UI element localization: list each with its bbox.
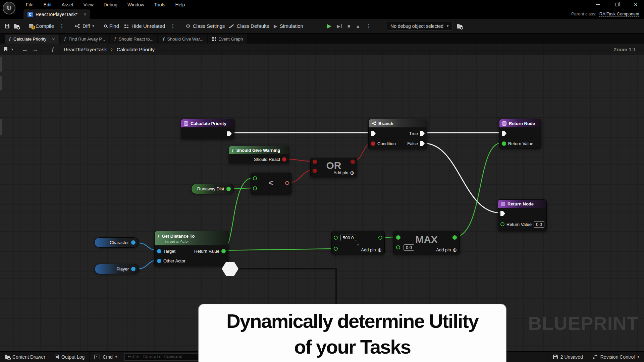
- save-button[interactable]: [5, 24, 9, 28]
- minimize-button[interactable]: [593, 1, 603, 8]
- diff-label: Diff: [83, 23, 90, 29]
- class-settings-button[interactable]: ⚙Class Settings: [186, 23, 225, 29]
- exec-false-pin[interactable]: [420, 141, 425, 146]
- play-options-icon[interactable]: ⋮: [366, 23, 372, 29]
- menu-view[interactable]: View: [78, 0, 99, 9]
- back-arrow-icon[interactable]: ←: [22, 46, 28, 53]
- unsaved-button[interactable]: * 2 Unsaved: [548, 352, 588, 362]
- exec-in-pin[interactable]: [371, 131, 376, 136]
- float-in-pin[interactable]: [334, 236, 338, 240]
- add-pin-button[interactable]: Add pin⊕: [436, 247, 457, 252]
- forward-arrow-icon[interactable]: →: [32, 46, 38, 53]
- condition-pin[interactable]: [371, 141, 375, 146]
- panel-handle[interactable]: [0, 76, 2, 90]
- eject-button[interactable]: ▲: [356, 23, 360, 29]
- debug-browse-button[interactable]: [457, 23, 462, 28]
- pin-label: Condition: [377, 141, 396, 146]
- cmd-selector[interactable]: >_ Cmd ▾: [90, 352, 122, 362]
- close-button[interactable]: ×: [631, 1, 641, 8]
- hide-unrelated-options-icon[interactable]: ⋮: [170, 23, 176, 29]
- debug-object-select[interactable]: No debug object selected ▾: [387, 22, 452, 31]
- object-out-pin[interactable]: [131, 267, 136, 271]
- panel-handle[interactable]: [0, 119, 2, 135]
- return-value-pin[interactable]: [502, 141, 506, 146]
- menu-asset[interactable]: Asset: [57, 0, 78, 9]
- tab-should-give-warning[interactable]: ƒ Should Give War...: [158, 35, 207, 44]
- menu-edit[interactable]: Edit: [39, 0, 57, 9]
- function-icon: ƒ: [157, 234, 160, 239]
- node-return-top[interactable]: Return Node Return Value: [499, 119, 541, 148]
- bool-out-pin[interactable]: [282, 157, 286, 162]
- object-out-pin[interactable]: [131, 240, 136, 245]
- value-input[interactable]: 0.0: [534, 221, 544, 228]
- tab-event-graph[interactable]: Event Graph: [208, 35, 247, 44]
- menu-help[interactable]: Help: [170, 0, 190, 9]
- asset-tab-close-icon[interactable]: ×: [84, 12, 86, 17]
- menu-tools[interactable]: Tools: [149, 0, 170, 9]
- node-branch[interactable]: Branch True Condition False: [368, 119, 427, 149]
- asset-tab[interactable]: C ReactToPlayerTask* ×: [23, 9, 90, 19]
- node-character-getter[interactable]: Character: [95, 237, 139, 248]
- find-button[interactable]: Find: [104, 23, 119, 29]
- class-defaults-button[interactable]: Class Defaults: [229, 23, 269, 29]
- breadcrumb-asset[interactable]: ReactToPlayerTask: [64, 47, 107, 52]
- exec-in-pin[interactable]: [502, 131, 506, 136]
- function-icon: ƒ: [9, 37, 11, 42]
- node-subtract[interactable]: 500.0 - Add pin⊕: [331, 231, 385, 254]
- node-less-than[interactable]: <: [251, 173, 291, 194]
- panel-handle[interactable]: [0, 57, 2, 72]
- bookmark-icon[interactable]: [4, 47, 7, 52]
- float-out-pin[interactable]: [378, 236, 382, 240]
- hide-unrelated-button[interactable]: Hide Unrelated: [124, 23, 165, 29]
- frame-skip-button[interactable]: ▶: [337, 23, 342, 29]
- node-runaway-dist-getter[interactable]: Runaway Dist: [191, 184, 234, 194]
- menu-file[interactable]: File: [21, 0, 39, 9]
- breadcrumb-graph[interactable]: Calculate Priority: [117, 47, 155, 52]
- parent-class-link[interactable]: RAITask Component: [599, 11, 639, 17]
- add-pin-button[interactable]: Add pin⊕: [361, 247, 382, 252]
- return-value-pin[interactable]: [221, 249, 226, 253]
- value-input[interactable]: 500.0: [340, 235, 356, 241]
- node-calculate-priority[interactable]: Calculate Priority: [181, 119, 234, 139]
- menu-window[interactable]: Window: [122, 0, 149, 9]
- chevron-down-icon[interactable]: ▾: [11, 47, 13, 52]
- node-should-give-warning[interactable]: ƒShould Give Warning Should React: [229, 146, 289, 163]
- revision-control-icon: [593, 354, 598, 359]
- exec-out-pin[interactable]: [227, 131, 232, 136]
- restore-button[interactable]: [612, 1, 622, 8]
- node-player-getter[interactable]: Player: [95, 264, 139, 274]
- node-return-bottom[interactable]: Return Node Return Value0.0: [498, 199, 547, 231]
- parent-class-info: Parent class: RAITask Component: [571, 11, 639, 16]
- browse-button[interactable]: [14, 23, 19, 28]
- play-button[interactable]: ▶: [327, 22, 331, 29]
- graph-tab-bar: ƒ Calculate Priority × ƒ Find Run Away P…: [0, 34, 644, 44]
- tab-should-react-to[interactable]: ƒ Should React to...: [110, 35, 157, 44]
- node-or[interactable]: OR Add pin⊕: [310, 158, 357, 177]
- compile-options-icon[interactable]: ⋮: [59, 23, 65, 29]
- float-out-pin[interactable]: [226, 187, 231, 191]
- exec-in-pin[interactable]: [500, 211, 505, 216]
- return-value-pin[interactable]: [500, 222, 504, 226]
- diff-icon: [75, 24, 80, 28]
- float-in-pin[interactable]: [396, 245, 400, 249]
- tab-calculate-priority[interactable]: ƒ Calculate Priority ×: [5, 35, 59, 44]
- gear-icon: ⚙: [186, 23, 190, 28]
- diff-button[interactable]: Diff ▾: [75, 23, 94, 29]
- compile-button[interactable]: ? Compile: [29, 23, 54, 29]
- console-icon: >_: [94, 355, 100, 359]
- tab-close-icon[interactable]: ×: [52, 37, 55, 42]
- node-get-distance-to[interactable]: ƒGet Distance To Target is Actor Target …: [154, 231, 228, 266]
- content-drawer-button[interactable]: Content Drawer: [0, 352, 50, 362]
- menu-debug[interactable]: Debug: [99, 0, 122, 9]
- node-max[interactable]: 0.0 MAX Add pin⊕: [393, 231, 460, 254]
- add-pin-label: Add pin: [333, 170, 348, 175]
- revision-control-button[interactable]: Revision Control ▾: [588, 352, 644, 362]
- other-actor-pin[interactable]: [157, 259, 161, 263]
- add-pin-button[interactable]: Add pin⊕: [333, 170, 354, 175]
- tab-find-run-away[interactable]: ƒ Find Run Away P...: [60, 35, 109, 44]
- simulation-button[interactable]: ▶Simulation: [274, 23, 303, 29]
- exec-true-pin[interactable]: [420, 131, 425, 136]
- output-log-button[interactable]: Output Log: [50, 352, 90, 362]
- target-pin[interactable]: [157, 249, 161, 253]
- stop-button[interactable]: ■: [347, 23, 350, 29]
